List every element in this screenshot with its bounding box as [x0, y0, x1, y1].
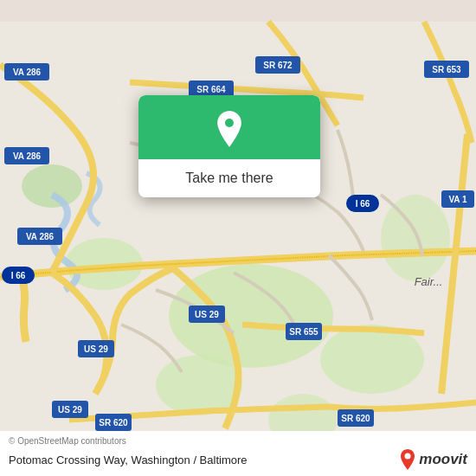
svg-point-4 — [381, 195, 450, 281]
svg-text:US 29: US 29 — [195, 310, 219, 319]
location-line: Potomac Crossing Way, Washington / Balti… — [9, 449, 467, 470]
svg-point-6 — [156, 355, 242, 415]
moovit-logo: moovit — [399, 449, 467, 470]
svg-text:SR 655: SR 655 — [289, 327, 318, 337]
svg-text:VA 286: VA 286 — [26, 232, 55, 241]
svg-point-5 — [22, 164, 82, 208]
moovit-pin-icon — [399, 449, 416, 470]
location-text: Potomac Crossing Way, Washington / Balti… — [9, 453, 248, 466]
svg-text:SR 672: SR 672 — [263, 61, 293, 70]
popup-green-section — [138, 95, 320, 159]
svg-point-39 — [225, 119, 234, 127]
svg-text:US 29: US 29 — [58, 405, 82, 415]
svg-text:SR 620: SR 620 — [341, 414, 370, 423]
map-container: VA 286 VA 286 VA 286 SR 672 SR 664 SR 65… — [0, 0, 476, 476]
svg-text:SR 653: SR 653 — [432, 65, 461, 74]
svg-text:SR 620: SR 620 — [99, 418, 128, 428]
take-me-there-button[interactable]: Take me there — [138, 159, 320, 197]
popup-card: Take me there — [138, 95, 320, 197]
location-pin-icon — [212, 109, 247, 149]
svg-point-3 — [320, 325, 424, 394]
copyright-text: © OpenStreetMap contributors — [9, 436, 467, 446]
svg-text:VA 286: VA 286 — [13, 68, 42, 77]
svg-point-40 — [405, 453, 411, 460]
svg-text:US 29: US 29 — [84, 344, 108, 354]
svg-text:Fair...: Fair... — [415, 275, 443, 288]
svg-text:SR 664: SR 664 — [196, 85, 226, 94]
svg-text:VA 1: VA 1 — [448, 195, 467, 204]
svg-text:VA 286: VA 286 — [13, 151, 42, 161]
footer: © OpenStreetMap contributors Potomac Cro… — [0, 431, 476, 476]
moovit-text: moovit — [419, 451, 467, 468]
svg-text:I 66: I 66 — [356, 199, 370, 209]
map-background: VA 286 VA 286 VA 286 SR 672 SR 664 SR 65… — [0, 0, 476, 476]
svg-text:I 66: I 66 — [11, 271, 26, 280]
